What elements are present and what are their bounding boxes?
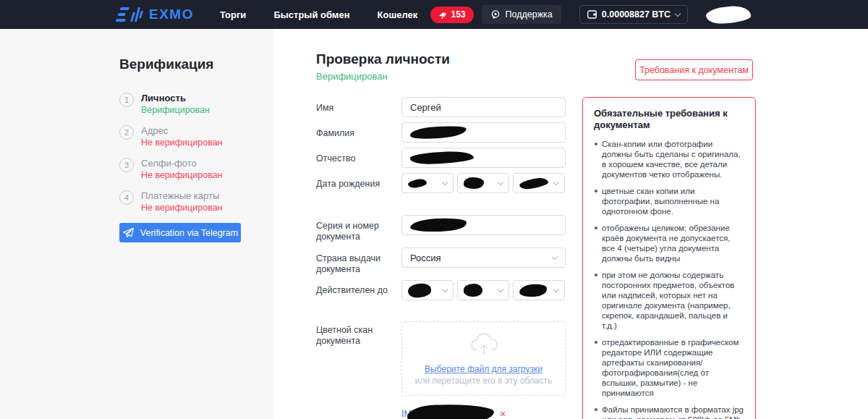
sidebar-step-address[interactable]: 2 Адрес Не верифицирован xyxy=(119,125,273,148)
document-requirements-button[interactable]: Требования к документам xyxy=(635,59,753,80)
birth-date-label: Дата рождения xyxy=(316,173,401,193)
censor-blob xyxy=(407,178,427,189)
navbar-right: 153 Поддержка 0.00008827 BTC xyxy=(430,5,751,24)
step-label: Селфи-фото xyxy=(141,158,223,169)
requirements-panel: Обязательные требования к документам Ска… xyxy=(582,97,756,419)
censor-blob-filename xyxy=(407,403,495,419)
sidebar-step-selfie[interactable]: 3 Селфи-фото Не верифицирован xyxy=(119,158,273,181)
last-name-input[interactable] xyxy=(401,122,566,143)
sidebar-step-cards[interactable]: 4 Платежные карты Не верифицирован xyxy=(119,190,273,213)
balance-dropdown[interactable]: 0.00008827 BTC xyxy=(579,5,688,24)
chevron-down-icon xyxy=(553,286,559,292)
step-status: Не верифицирован xyxy=(141,169,223,181)
step-label: Платежные карты xyxy=(141,190,223,202)
doc-country-label: Страна выдачи документа xyxy=(316,247,401,275)
doc-country-select[interactable]: Россия xyxy=(401,247,566,268)
nav-item-wallet[interactable]: Кошелек xyxy=(378,9,418,20)
megaphone-icon xyxy=(438,10,447,19)
telegram-verification-button[interactable]: Verification via Telegram xyxy=(119,223,241,242)
step-number-badge: 4 xyxy=(119,190,134,205)
censor-blob xyxy=(410,218,467,233)
identity-check-panel: Проверка личности Верифицирован Требован… xyxy=(273,29,868,419)
verification-sidebar: Верификация 1 Личность Верифицирован 2 А… xyxy=(0,29,273,419)
valid-day-select[interactable] xyxy=(401,280,454,300)
step-status: Не верифицирован xyxy=(141,137,223,148)
chevron-down-icon xyxy=(552,253,558,259)
requirement-item: отображены целиком; обрезание краёв доку… xyxy=(594,223,744,263)
nav-item-quick-exchange[interactable]: Быстрый обмен xyxy=(273,9,349,20)
nav-item-trade[interactable]: Торги xyxy=(220,9,246,20)
valid-year-select[interactable] xyxy=(513,280,565,300)
censor-blob xyxy=(410,151,475,166)
telegram-button-label: Verification via Telegram xyxy=(140,228,238,238)
support-headset-icon xyxy=(490,9,501,20)
birth-date-group xyxy=(401,173,566,193)
identity-form: Имя Фамилия Отчество Дата рожден xyxy=(316,97,566,419)
requirement-item: отредактированные в графическом редактор… xyxy=(594,337,744,398)
censor-blob xyxy=(464,284,482,297)
notifications-count: 153 xyxy=(451,9,466,20)
censor-blob xyxy=(407,282,432,298)
requirements-title: Обязательные требования к документам xyxy=(594,108,744,131)
notifications-button[interactable]: 153 xyxy=(430,7,474,23)
file-dropzone[interactable]: Выберите файл для загрузки или перетащит… xyxy=(401,321,566,396)
censor-blob xyxy=(410,124,467,140)
requirement-item: цветные скан копии или фотографии, выпол… xyxy=(594,186,744,216)
birth-day-select[interactable] xyxy=(401,173,454,193)
chevron-down-icon xyxy=(498,179,503,185)
requirement-item: при этом не должны содержать посторонних… xyxy=(594,270,744,331)
support-label: Поддержка xyxy=(506,9,553,20)
step-label: Личность xyxy=(141,93,210,104)
birth-year-select[interactable] xyxy=(513,173,565,193)
chevron-down-icon xyxy=(553,179,559,185)
nav-menu: Торги Быстрый обмен Кошелек xyxy=(220,9,417,20)
logo-text: EXMO xyxy=(149,7,194,22)
chevron-down-icon xyxy=(442,286,448,292)
step-label: Адрес xyxy=(141,125,223,137)
page: EXMO Торги Быстрый обмен Кошелек 153 xyxy=(0,0,868,419)
chevron-down-icon xyxy=(442,179,448,185)
telegram-plane-icon xyxy=(122,227,135,238)
first-name-label: Имя xyxy=(316,97,401,117)
cloud-upload-icon xyxy=(469,332,499,357)
scan-label: Цветной скан документа xyxy=(316,321,401,419)
censor-blob xyxy=(464,177,484,189)
exmo-logo[interactable]: EXMO xyxy=(114,7,194,22)
step-number-badge: 3 xyxy=(119,158,134,172)
middle-name-input[interactable] xyxy=(401,148,566,168)
navbar: EXMO Торги Быстрый обмен Кошелек 153 xyxy=(0,0,868,29)
wallet-icon xyxy=(587,10,597,19)
birth-month-select[interactable] xyxy=(457,173,509,193)
requirements-list: Скан-копии или фотографии должны быть сд… xyxy=(594,139,744,419)
requirement-item: Скан-копии или фотографии должны быть сд… xyxy=(594,139,744,179)
page-title: Проверка личности xyxy=(316,51,450,67)
requirement-item: Файлы принимаются в форматах jpg или png… xyxy=(594,405,744,419)
drag-hint: или перетащите его в эту область xyxy=(415,376,553,386)
doc-number-input[interactable] xyxy=(401,215,566,235)
censor-blob xyxy=(519,176,549,190)
support-button[interactable]: Поддержка xyxy=(482,5,561,24)
step-status: Верифицирован xyxy=(141,104,210,116)
chevron-down-icon xyxy=(675,10,681,16)
step-number-badge: 2 xyxy=(119,125,134,140)
verified-status-label: Верифицирован xyxy=(316,71,388,82)
sidebar-title: Верификация xyxy=(119,56,273,72)
choose-file-link[interactable]: Выберите файл для загрузки xyxy=(425,364,542,374)
censor-blob-account[interactable] xyxy=(705,4,751,24)
chevron-down-icon xyxy=(498,286,503,292)
doc-country-value: Россия xyxy=(410,253,441,263)
content: Верификация 1 Личность Верифицирован 2 А… xyxy=(0,29,868,419)
uploaded-file-row: IM × xyxy=(401,403,566,419)
sidebar-step-identity[interactable]: 1 Личность Верифицирован xyxy=(119,93,273,116)
remove-file-icon[interactable]: × xyxy=(500,409,506,419)
valid-until-label: Действителен до xyxy=(316,280,401,300)
valid-month-select[interactable] xyxy=(457,280,509,300)
censor-blob xyxy=(519,283,547,297)
middle-name-label: Отчество xyxy=(316,148,401,168)
balance-value: 0.00008827 BTC xyxy=(602,9,671,20)
first-name-input[interactable] xyxy=(401,97,566,117)
last-name-label: Фамилия xyxy=(316,122,401,143)
valid-until-group xyxy=(401,280,566,300)
exmo-logo-icon xyxy=(114,7,143,22)
doc-number-label: Серия и номер документа xyxy=(316,215,401,242)
